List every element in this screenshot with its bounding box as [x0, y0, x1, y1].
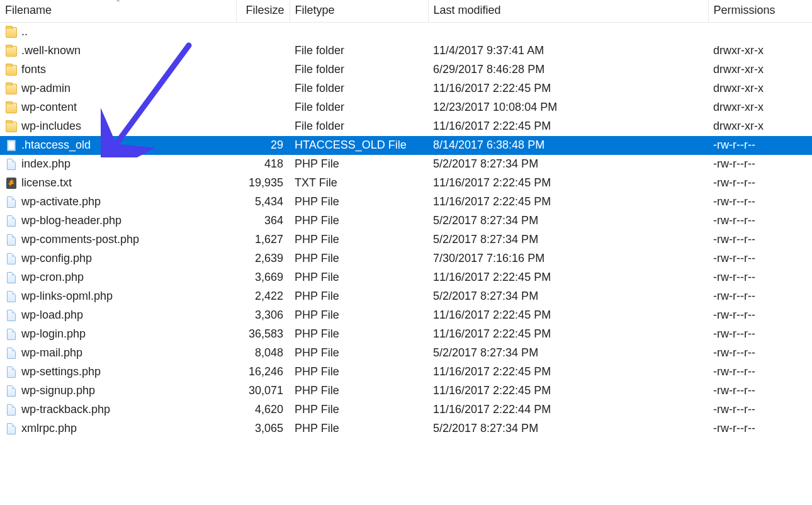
- cell-filetype: File folder: [290, 42, 428, 60]
- table-row[interactable]: wp-config.php2,639PHP File7/30/2017 7:16…: [0, 249, 812, 268]
- cell-permissions: -rw-r--r--: [708, 400, 812, 419]
- file-name-label: ..: [21, 25, 28, 38]
- cell-permissions: -rw-r--r--: [708, 382, 812, 400]
- column-header-modified[interactable]: Last modified: [428, 0, 708, 23]
- cell-filetype: PHP File: [290, 193, 428, 212]
- cell-modified: 11/16/2017 2:22:45 PM: [428, 306, 708, 325]
- cell-modified: 5/2/2017 8:27:34 PM: [428, 212, 708, 230]
- cell-filename[interactable]: wp-links-opml.php: [0, 287, 236, 306]
- cell-filename[interactable]: wp-comments-post.php: [0, 230, 236, 249]
- column-header-filename[interactable]: ⌃ Filename: [0, 0, 236, 23]
- cell-filename[interactable]: wp-content: [0, 98, 236, 117]
- cell-filesize: [236, 60, 290, 79]
- cell-filetype: PHP File: [290, 382, 428, 400]
- folder-icon: [5, 82, 18, 95]
- cell-filetype: PHP File: [290, 325, 428, 344]
- table-row[interactable]: ..: [0, 23, 812, 42]
- column-header-filesize[interactable]: Filesize: [236, 0, 290, 23]
- cell-filesize: 1,627: [236, 230, 290, 249]
- table-row[interactable]: wp-load.php3,306PHP File11/16/2017 2:22:…: [0, 306, 812, 325]
- table-row[interactable]: wp-signup.php30,071PHP File11/16/2017 2:…: [0, 382, 812, 400]
- cell-filename[interactable]: .well-known: [0, 42, 236, 60]
- cell-modified: 5/2/2017 8:27:34 PM: [428, 287, 708, 306]
- table-row[interactable]: wp-trackback.php4,620PHP File11/16/2017 …: [0, 400, 812, 419]
- table-row[interactable]: fontsFile folder6/29/2017 8:46:28 PMdrwx…: [0, 60, 812, 79]
- table-row[interactable]: xmlrpc.php3,065PHP File5/2/2017 8:27:34 …: [0, 419, 812, 438]
- table-row[interactable]: wp-settings.php16,246PHP File11/16/2017 …: [0, 363, 812, 382]
- cell-filename[interactable]: fonts: [0, 60, 236, 79]
- file-name-label: wp-includes: [21, 120, 81, 133]
- cell-filename[interactable]: wp-admin: [0, 79, 236, 98]
- cell-filename[interactable]: wp-settings.php: [0, 363, 236, 382]
- cell-modified: 5/2/2017 8:27:34 PM: [428, 230, 708, 249]
- cell-filename[interactable]: wp-mail.php: [0, 344, 236, 363]
- cell-filesize: 3,669: [236, 268, 290, 287]
- column-header-filetype[interactable]: Filetype: [290, 0, 428, 23]
- table-row[interactable]: wp-cron.php3,669PHP File11/16/2017 2:22:…: [0, 268, 812, 287]
- column-header-permissions[interactable]: Permissions: [708, 0, 812, 23]
- cell-filename[interactable]: wp-signup.php: [0, 382, 236, 400]
- table-row[interactable]: index.php418PHP File5/2/2017 8:27:34 PM-…: [0, 155, 812, 174]
- php-icon: [5, 328, 18, 341]
- cell-filename[interactable]: wp-includes: [0, 117, 236, 136]
- cell-filetype: PHP File: [290, 155, 428, 174]
- table-row[interactable]: wp-blog-header.php364PHP File5/2/2017 8:…: [0, 212, 812, 230]
- table-row[interactable]: wp-comments-post.php1,627PHP File5/2/201…: [0, 230, 812, 249]
- cell-filesize: 3,065: [236, 419, 290, 438]
- cell-permissions: -rw-r--r--: [708, 212, 812, 230]
- file-name-label: wp-config.php: [21, 252, 92, 265]
- cell-filename[interactable]: xmlrpc.php: [0, 419, 236, 438]
- cell-filesize: 418: [236, 155, 290, 174]
- cell-filename[interactable]: index.php: [0, 155, 236, 174]
- txt-icon: [5, 177, 18, 190]
- cell-permissions: drwxr-xr-x: [708, 42, 812, 60]
- table-row[interactable]: license.txt19,935TXT File11/16/2017 2:22…: [0, 174, 812, 193]
- php-icon: [5, 215, 18, 227]
- cell-modified: 11/16/2017 2:22:45 PM: [428, 268, 708, 287]
- file-name-label: wp-load.php: [21, 309, 83, 322]
- cell-permissions: drwxr-xr-x: [708, 60, 812, 79]
- cell-modified: 5/2/2017 8:27:34 PM: [428, 344, 708, 363]
- cell-filename[interactable]: wp-blog-header.php: [0, 212, 236, 230]
- php-icon: [5, 404, 18, 416]
- cell-permissions: -rw-r--r--: [708, 136, 812, 155]
- cell-filesize: 5,434: [236, 193, 290, 212]
- table-row[interactable]: .well-knownFile folder11/4/2017 9:37:41 …: [0, 42, 812, 60]
- cell-filename[interactable]: license.txt: [0, 174, 236, 193]
- cell-filesize: 30,071: [236, 382, 290, 400]
- cell-filename[interactable]: wp-load.php: [0, 306, 236, 325]
- cell-filename[interactable]: wp-trackback.php: [0, 400, 236, 419]
- cell-filename[interactable]: wp-config.php: [0, 249, 236, 268]
- table-row[interactable]: .htaccess_old29HTACCESS_OLD File8/14/201…: [0, 136, 812, 155]
- php-icon: [5, 290, 18, 303]
- table-row[interactable]: wp-activate.php5,434PHP File11/16/2017 2…: [0, 193, 812, 212]
- file-name-label: wp-login.php: [21, 327, 86, 341]
- cell-filesize: 2,422: [236, 287, 290, 306]
- cell-filename[interactable]: wp-login.php: [0, 325, 236, 344]
- column-header-label: Filename: [5, 4, 52, 16]
- cell-modified: 11/16/2017 2:22:45 PM: [428, 363, 708, 382]
- file-name-label: wp-mail.php: [21, 346, 82, 360]
- cell-filename[interactable]: wp-activate.php: [0, 193, 236, 212]
- table-row[interactable]: wp-login.php36,583PHP File11/16/2017 2:2…: [0, 325, 812, 344]
- file-name-label: wp-blog-header.php: [21, 214, 121, 227]
- cell-modified: 11/16/2017 2:22:45 PM: [428, 382, 708, 400]
- cell-filesize: [236, 23, 290, 42]
- table-row[interactable]: wp-includesFile folder11/16/2017 2:22:45…: [0, 117, 812, 136]
- cell-filetype: File folder: [290, 79, 428, 98]
- file-name-label: index.php: [21, 157, 70, 171]
- cell-filetype: PHP File: [290, 249, 428, 268]
- table-row[interactable]: wp-mail.php8,048PHP File5/2/2017 8:27:34…: [0, 344, 812, 363]
- file-name-label: wp-activate.php: [21, 195, 101, 208]
- cell-filename[interactable]: wp-cron.php: [0, 268, 236, 287]
- cell-filetype: PHP File: [290, 230, 428, 249]
- table-row[interactable]: wp-links-opml.php2,422PHP File5/2/2017 8…: [0, 287, 812, 306]
- table-row[interactable]: wp-contentFile folder12/23/2017 10:08:04…: [0, 98, 812, 117]
- cell-filename[interactable]: ..: [0, 23, 236, 42]
- cell-modified: 11/16/2017 2:22:45 PM: [428, 193, 708, 212]
- cell-permissions: drwxr-xr-x: [708, 117, 812, 136]
- cell-filename[interactable]: .htaccess_old: [0, 136, 236, 155]
- table-row[interactable]: wp-adminFile folder11/16/2017 2:22:45 PM…: [0, 79, 812, 98]
- file-name-label: xmlrpc.php: [21, 422, 77, 435]
- cell-filesize: [236, 79, 290, 98]
